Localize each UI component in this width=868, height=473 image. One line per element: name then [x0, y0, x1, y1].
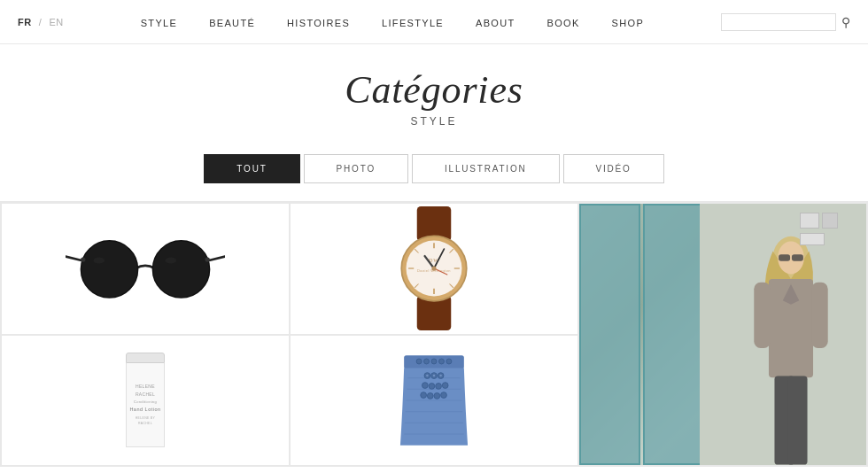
filter-tout-button[interactable]: TOUT	[204, 154, 299, 183]
filter-illustration-button[interactable]: ILLUSTRATION	[412, 154, 560, 183]
svg-point-49	[436, 383, 442, 389]
svg-rect-33	[754, 283, 771, 348]
photo-placeholder	[579, 204, 866, 465]
header: FR / EN STYLE BEAUTÉ HISTOIRES LIFESTYLE…	[0, 0, 868, 44]
language-switcher: FR / EN	[18, 17, 64, 27]
svg-point-54	[441, 392, 447, 398]
nav-lifestyle[interactable]: LIFESTYLE	[382, 18, 444, 28]
svg-point-8	[94, 258, 105, 264]
svg-point-7	[205, 258, 210, 262]
sunglasses-icon	[66, 229, 225, 308]
svg-point-48	[429, 383, 435, 389]
filter-photo-button[interactable]: PHOTO	[304, 154, 408, 183]
grid-item-street-photo[interactable]	[579, 204, 866, 465]
grid-item-skirt[interactable]	[291, 336, 577, 466]
svg-point-61	[439, 359, 445, 364]
nav-about[interactable]: ABOUT	[476, 18, 515, 28]
cream-image: HELENE RACHEL Conditioning Hand Lotion H…	[59, 343, 231, 458]
svg-point-59	[424, 359, 430, 364]
watch-icon: DW Daniel Wellington	[372, 206, 496, 330]
svg-point-58	[416, 359, 422, 364]
svg-point-1	[81, 242, 137, 298]
nav-shop[interactable]: SHOP	[612, 18, 644, 28]
grid-item-cream[interactable]: HELENE RACHEL Conditioning Hand Lotion H…	[2, 336, 289, 466]
hero-section: Catégories STYLE	[0, 44, 868, 136]
search-button[interactable]: ⚲	[841, 15, 850, 29]
svg-rect-30	[779, 255, 790, 261]
svg-point-53	[434, 392, 440, 399]
search-area: ⚲	[721, 13, 850, 31]
page-title: Catégories	[0, 71, 868, 110]
nav-book[interactable]: BOOK	[547, 18, 580, 28]
svg-point-47	[422, 382, 428, 388]
page-subtitle: STYLE	[0, 115, 868, 128]
filter-video-button[interactable]: VIDÉO	[563, 154, 664, 183]
svg-point-51	[421, 392, 427, 398]
svg-point-62	[446, 359, 452, 364]
grid-item-watch[interactable]: DW Daniel Wellington	[291, 204, 577, 334]
lang-separator: /	[39, 17, 43, 27]
svg-point-57	[439, 375, 442, 377]
svg-point-6	[81, 258, 85, 262]
person-silhouette	[733, 235, 849, 465]
svg-rect-36	[787, 376, 807, 465]
lang-en[interactable]: EN	[49, 17, 63, 27]
svg-point-56	[433, 375, 436, 377]
svg-point-52	[427, 392, 433, 399]
sunglasses-image	[30, 215, 260, 322]
svg-point-27	[431, 267, 436, 271]
svg-rect-31	[792, 255, 803, 261]
street-photo-image	[579, 204, 866, 465]
svg-point-55	[426, 375, 429, 377]
nav-beaute[interactable]: BEAUTÉ	[209, 18, 255, 28]
svg-point-3	[153, 242, 209, 298]
svg-point-60	[431, 359, 437, 364]
svg-point-50	[442, 382, 448, 388]
filter-bar: TOUT PHOTO ILLUSTRATION VIDÉO	[0, 136, 868, 183]
svg-rect-34	[811, 283, 828, 348]
watch-image: DW Daniel Wellington	[319, 215, 548, 322]
svg-line-5	[209, 257, 225, 261]
grid-item-sunglasses[interactable]	[2, 204, 289, 334]
nav-style[interactable]: STYLE	[141, 18, 177, 28]
product-grid: DW Daniel Wellington	[0, 202, 868, 467]
nav-histoires[interactable]: HISTOIRES	[287, 18, 350, 28]
svg-point-9	[166, 258, 177, 264]
lang-fr[interactable]: FR	[18, 17, 32, 27]
skirt-icon	[381, 352, 487, 449]
main-nav: STYLE BEAUTÉ HISTOIRES LIFESTYLE ABOUT B…	[141, 14, 644, 30]
search-input[interactable]	[721, 13, 836, 31]
svg-line-4	[66, 257, 81, 261]
skirt-image	[319, 347, 548, 454]
